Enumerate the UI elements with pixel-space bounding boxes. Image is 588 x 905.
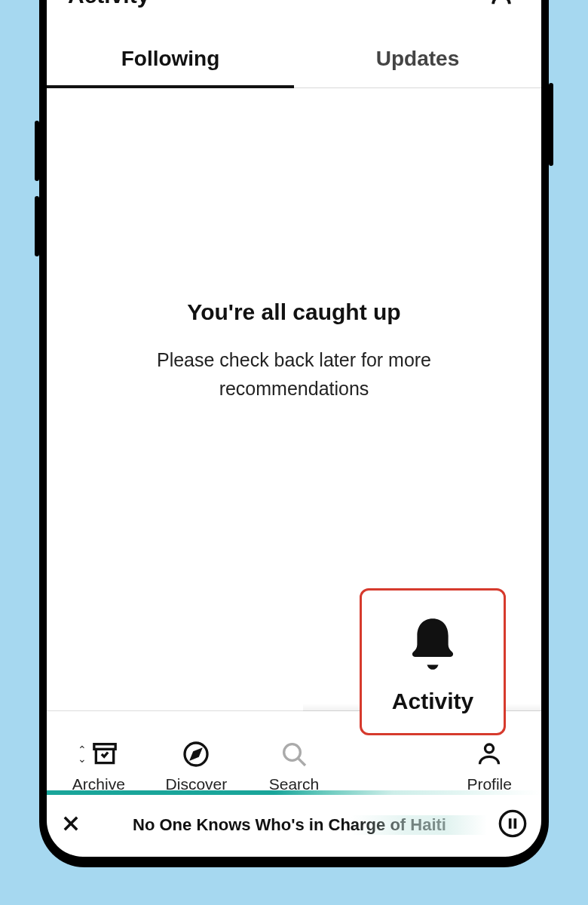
player-track-title: No One Knows Who's in Charge of Haiti <box>92 815 487 835</box>
empty-state-subtitle: Please check back later for more recomme… <box>121 346 467 403</box>
add-friend-button[interactable] <box>490 0 520 12</box>
close-icon <box>60 813 81 834</box>
bell-icon <box>399 610 467 678</box>
search-icon <box>279 739 309 769</box>
now-playing-bar[interactable]: No One Knows Who's in Charge of Haiti <box>47 795 541 857</box>
phone-volume-up <box>35 121 39 181</box>
compass-icon <box>181 739 211 769</box>
header: Activity <box>47 0 541 33</box>
phone-frame: Activity Following Updates You're all ca <box>39 0 549 867</box>
nav-progress-bar <box>47 790 541 795</box>
svg-rect-3 <box>94 744 115 750</box>
svg-point-7 <box>485 744 494 753</box>
player-pause-button[interactable] <box>498 808 528 842</box>
nav-profile[interactable]: Profile <box>440 739 538 793</box>
add-person-icon <box>490 0 520 9</box>
nav-search[interactable]: Search <box>245 739 343 793</box>
sort-chevrons-icon: ⌃⌄ <box>78 746 87 762</box>
svg-line-6 <box>299 759 305 765</box>
app-screen: Activity Following Updates You're all ca <box>47 0 541 857</box>
nav-discover[interactable]: Discover <box>148 739 246 793</box>
tab-updates[interactable]: Updates <box>294 33 541 87</box>
svg-point-10 <box>500 811 525 836</box>
phone-volume-down <box>35 196 39 256</box>
nav-archive[interactable]: ⌃⌄ Archive <box>50 739 148 793</box>
profile-icon <box>474 739 504 769</box>
archive-box-icon <box>90 739 120 769</box>
svg-point-5 <box>284 744 301 761</box>
callout-label: Activity <box>392 689 473 714</box>
tabs: Following Updates <box>47 33 541 88</box>
tab-following[interactable]: Following <box>47 33 294 87</box>
player-close-button[interactable] <box>60 813 81 837</box>
phone-side-button <box>549 83 553 166</box>
activity-highlight-callout: Activity <box>360 588 506 735</box>
empty-state-title: You're all caught up <box>187 299 400 325</box>
page-title: Activity <box>68 0 149 8</box>
pause-icon <box>498 808 528 839</box>
